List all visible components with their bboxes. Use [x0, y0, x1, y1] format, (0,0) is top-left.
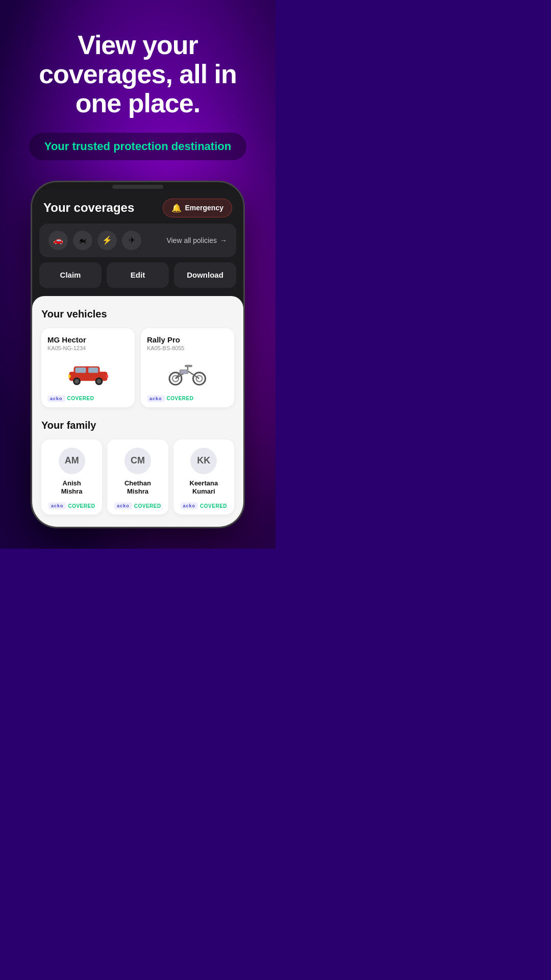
hero-section: View your coverages, all in one place. Y… [0, 0, 276, 549]
acko-logo-mg: acko [47, 395, 65, 402]
covered-text-keertana: COVERED [200, 503, 227, 509]
view-all-arrow: → [220, 236, 227, 244]
claim-button[interactable]: Claim [39, 262, 102, 288]
covered-text-mg: COVERED [67, 396, 94, 401]
edit-button[interactable]: Edit [107, 262, 169, 288]
covered-text-anish: COVERED [68, 503, 95, 509]
view-all-policies-link[interactable]: View all policies → [166, 236, 227, 244]
bell-icon: 🔔 [171, 203, 182, 213]
emergency-label: Emergency [185, 204, 223, 212]
vehicle-cards: MG Hector KA05-NG-1234 [41, 328, 234, 407]
svg-rect-2 [75, 368, 86, 373]
vehicle-reg-mg: KA05-NG-1234 [47, 345, 129, 351]
covered-badge-rally: acko COVERED [147, 395, 228, 402]
acko-logo-chethan: acko [114, 502, 132, 509]
covered-badge-mg: acko COVERED [47, 395, 129, 402]
acko-logo-anish: acko [48, 502, 66, 509]
white-section: Your vehicles MG Hector KA05-NG-1234 [32, 296, 243, 527]
avatar-cm: CM [124, 448, 151, 474]
vehicle-card-mg-hector[interactable]: MG Hector KA05-NG-1234 [41, 328, 135, 407]
phone-frame: Your coverages 🔔 Emergency 🚗 🏍 ⚡ ✈ [31, 181, 245, 529]
covered-badge-keertana: acko COVERED [181, 502, 227, 509]
svg-point-5 [74, 379, 79, 384]
family-title: Your family [41, 420, 234, 431]
hero-subtitle: Your trusted protection destination [44, 140, 231, 153]
vehicle-name-rally: Rally Pro [147, 335, 228, 344]
ev-policy-icon[interactable]: ⚡ [97, 231, 117, 250]
acko-logo-keertana: acko [181, 502, 198, 509]
screen-header: Your coverages 🔔 Emergency [32, 189, 243, 224]
member-name-anish: Anish Mishra [61, 479, 83, 497]
family-card-chethan[interactable]: CM Chethan Mishra acko COVERED [107, 439, 168, 515]
view-all-label: View all policies [166, 236, 217, 244]
covered-badge-anish: acko COVERED [48, 502, 95, 509]
vehicle-name-mg: MG Hector [47, 335, 129, 344]
family-card-anish[interactable]: AM Anish Mishra acko COVERED [41, 439, 102, 515]
action-buttons: Claim Edit Download [39, 262, 236, 288]
phone-notch-bar [32, 182, 243, 189]
family-card-keertana[interactable]: KK Keertana Kumari acko COVERED [173, 439, 234, 515]
claim-label: Claim [60, 271, 81, 279]
phone-mockup: Your coverages 🔔 Emergency 🚗 🏍 ⚡ ✈ [15, 181, 260, 529]
svg-point-7 [96, 379, 101, 384]
svg-rect-17 [185, 365, 192, 368]
vehicle-reg-rally: KA05-BS-8055 [147, 345, 228, 351]
edit-label: Edit [131, 271, 145, 279]
member-name-chethan: Chethan Mishra [124, 479, 151, 497]
download-button[interactable]: Download [174, 262, 236, 288]
download-label: Download [187, 271, 223, 279]
hero-title: View your coverages, all in one place. [15, 31, 260, 118]
phone-notch [112, 185, 163, 189]
vehicle-img-mg [47, 355, 129, 391]
vehicle-card-rally-pro[interactable]: Rally Pro KA05-BS-8055 [141, 328, 234, 407]
bike-illustration [165, 359, 211, 387]
car-policy-icon[interactable]: 🚗 [48, 231, 68, 250]
svg-rect-8 [68, 375, 71, 378]
covered-text-chethan: COVERED [134, 503, 161, 509]
coverages-title: Your coverages [43, 201, 134, 215]
avatar-kk: KK [190, 448, 217, 474]
emergency-button[interactable]: 🔔 Emergency [163, 199, 232, 217]
covered-text-rally: COVERED [167, 396, 194, 401]
policy-row: 🚗 🏍 ⚡ ✈ View all policies → [39, 224, 236, 257]
svg-rect-3 [88, 368, 98, 373]
hero-subtitle-wrap: Your trusted protection destination [29, 133, 246, 160]
car-illustration [65, 359, 111, 387]
family-cards: AM Anish Mishra acko COVERED [41, 439, 234, 515]
policy-icons: 🚗 🏍 ⚡ ✈ [48, 231, 141, 250]
bike-policy-icon[interactable]: 🏍 [73, 231, 92, 250]
svg-rect-9 [106, 375, 108, 378]
avatar-am: AM [59, 448, 85, 474]
covered-badge-chethan: acko COVERED [114, 502, 161, 509]
travel-policy-icon[interactable]: ✈ [122, 231, 141, 250]
acko-logo-rally: acko [147, 395, 165, 402]
member-name-keertana: Keertana Kumari [190, 479, 218, 497]
vehicle-img-rally [147, 355, 228, 391]
svg-rect-20 [181, 370, 187, 373]
vehicles-title: Your vehicles [41, 308, 234, 320]
phone-screen: Your coverages 🔔 Emergency 🚗 🏍 ⚡ ✈ [32, 189, 243, 527]
